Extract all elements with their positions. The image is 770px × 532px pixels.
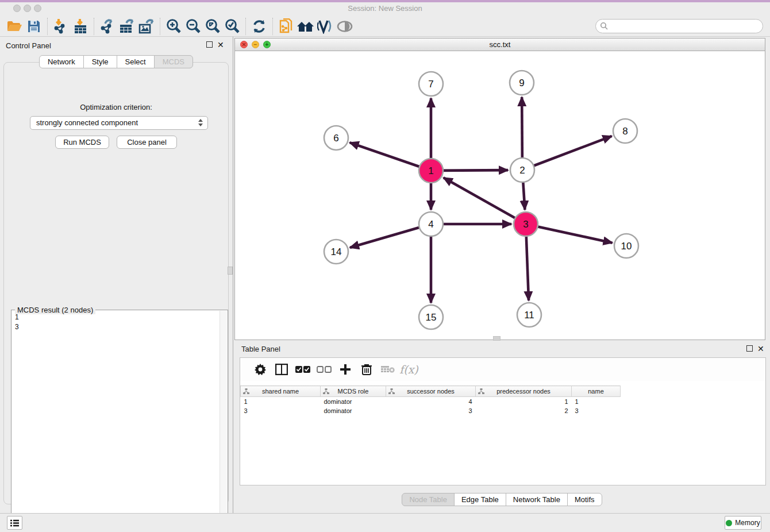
edge-3-10[interactable]	[526, 224, 613, 243]
open-session-icon[interactable]	[5, 17, 24, 36]
delete-table-icon[interactable]	[377, 361, 398, 378]
result-line: 3	[15, 322, 19, 332]
deselect-all-columns-icon[interactable]	[313, 361, 334, 378]
tab-edge-table[interactable]: Edge Table	[454, 493, 506, 506]
table-panel: Table Panel ✕	[234, 342, 770, 513]
settings-icon[interactable]	[249, 361, 271, 378]
node-label: 11	[524, 310, 534, 321]
network-frame-titlebar[interactable]: ✕ − + scc.txt	[235, 38, 765, 51]
network-canvas[interactable]: 7968124314101511	[235, 51, 765, 340]
cell-name[interactable]: 1	[572, 397, 621, 406]
column-header-predecessor-nodes[interactable]: predecessor nodes	[476, 386, 572, 397]
network-graph: 7968124314101511	[235, 51, 765, 340]
run-mcds-button[interactable]: Run MCDS	[55, 136, 109, 149]
close-panel-icon[interactable]: ✕	[217, 42, 224, 48]
cell-predecessor-nodes[interactable]: 2	[476, 406, 572, 415]
toolbar-separator	[272, 18, 273, 35]
table-close-icon[interactable]: ✕	[757, 346, 764, 352]
export-table-icon[interactable]	[117, 17, 137, 36]
node-14[interactable]: 14	[324, 240, 348, 264]
add-column-icon[interactable]	[334, 361, 356, 378]
search-icon	[600, 22, 608, 30]
cell-shared-name[interactable]: 1	[241, 397, 321, 406]
node-15[interactable]: 15	[419, 305, 443, 329]
import-network-icon[interactable]	[51, 17, 71, 36]
apply-layout-icon[interactable]	[249, 17, 269, 36]
cell-shared-name[interactable]: 3	[241, 406, 321, 415]
node-label: 10	[621, 241, 632, 252]
table-splitter-handle[interactable]	[493, 336, 500, 341]
edge-1-6[interactable]	[350, 142, 431, 171]
cell-name[interactable]: 3	[572, 406, 621, 415]
column-header-successor-nodes[interactable]: successor nodes	[386, 386, 476, 397]
network-from-file-icon[interactable]	[276, 17, 296, 36]
search-input[interactable]	[595, 19, 763, 33]
close-panel-button[interactable]: Close panel	[117, 136, 177, 149]
node-label: 4	[428, 219, 433, 230]
control-panel: Control Panel ✕ NetworkStyleSelectMCDS O…	[0, 37, 233, 513]
mcds-panel: Optimization criterion: strongly connect…	[3, 62, 229, 504]
tab-style[interactable]: Style	[83, 55, 117, 68]
zoom-in-icon[interactable]	[164, 17, 183, 36]
edge-3-1[interactable]	[444, 178, 526, 224]
cell-MCDS-role[interactable]: dominator	[321, 406, 386, 415]
tab-network-table[interactable]: Network Table	[506, 493, 568, 506]
toolbar-separator	[160, 18, 160, 35]
criterion-select[interactable]: strongly connected component	[30, 116, 208, 130]
column-header-shared-name[interactable]: shared name	[241, 386, 321, 397]
tab-select[interactable]: Select	[117, 55, 155, 68]
cell-successor-nodes[interactable]: 4	[386, 397, 476, 406]
home-icon[interactable]	[296, 17, 315, 36]
zoom-selected-icon[interactable]	[222, 17, 242, 36]
cell-successor-nodes[interactable]: 3	[386, 406, 476, 415]
node-9[interactable]: 9	[510, 71, 534, 95]
node-7[interactable]: 7	[419, 72, 443, 96]
export-image-icon[interactable]	[137, 17, 156, 36]
node-2[interactable]: 2	[510, 158, 534, 182]
result-scrollbar[interactable]	[220, 311, 227, 528]
node-label: 9	[519, 78, 524, 88]
node-label: 14	[331, 246, 342, 257]
zoom-fit-icon[interactable]	[203, 17, 222, 36]
tab-motifs[interactable]: Motifs	[567, 493, 602, 506]
split-panel-icon[interactable]	[271, 361, 292, 378]
node-label: 6	[333, 133, 338, 144]
node-1[interactable]: 1	[419, 159, 443, 183]
save-session-icon[interactable]	[24, 17, 44, 36]
zoom-out-icon[interactable]	[183, 17, 203, 36]
toolbar-separator	[47, 18, 48, 35]
memory-button[interactable]: Memory	[725, 516, 761, 530]
control-panel-tabbar: NetworkStyleSelectMCDS	[0, 55, 233, 68]
import-table-icon[interactable]	[71, 17, 90, 36]
node-4[interactable]: 4	[419, 212, 443, 236]
node-3[interactable]: 3	[514, 212, 538, 236]
table-row[interactable]: 1dominator411	[241, 397, 621, 406]
cell-MCDS-role[interactable]: dominator	[321, 397, 386, 406]
panel-splitter-handle[interactable]	[228, 267, 233, 275]
toolbar-separator	[94, 18, 94, 35]
select-all-columns-icon[interactable]	[292, 361, 313, 378]
node-10[interactable]: 10	[614, 234, 638, 258]
column-header-name[interactable]: name	[572, 386, 621, 397]
table-row[interactable]: 3dominator323	[241, 406, 621, 415]
table-float-icon[interactable]	[746, 345, 753, 352]
node-11[interactable]: 11	[517, 303, 541, 327]
tab-network[interactable]: Network	[39, 55, 84, 68]
float-panel-icon[interactable]	[206, 41, 213, 48]
function-builder-icon[interactable]: f(x)	[398, 361, 419, 378]
tab-mcds[interactable]: MCDS	[154, 55, 193, 68]
column-header-MCDS-role[interactable]: MCDS role	[321, 386, 386, 397]
node-table[interactable]: shared nameMCDS rolesuccessor nodesprede…	[240, 385, 621, 415]
node-6[interactable]: 6	[324, 126, 348, 150]
delete-column-icon[interactable]	[356, 361, 377, 378]
export-network-icon[interactable]	[98, 17, 117, 36]
cell-predecessor-nodes[interactable]: 1	[476, 397, 572, 406]
show-hide-icon[interactable]	[335, 17, 355, 36]
criterion-value: strongly connected component	[36, 118, 138, 127]
vizmapper-icon[interactable]	[315, 17, 335, 36]
edge-2-8[interactable]	[522, 136, 612, 170]
node-8[interactable]: 8	[613, 119, 637, 143]
task-history-button[interactable]	[7, 516, 22, 530]
tab-node-table[interactable]: Node Table	[402, 493, 455, 506]
control-panel-title: Control Panel	[6, 41, 51, 50]
